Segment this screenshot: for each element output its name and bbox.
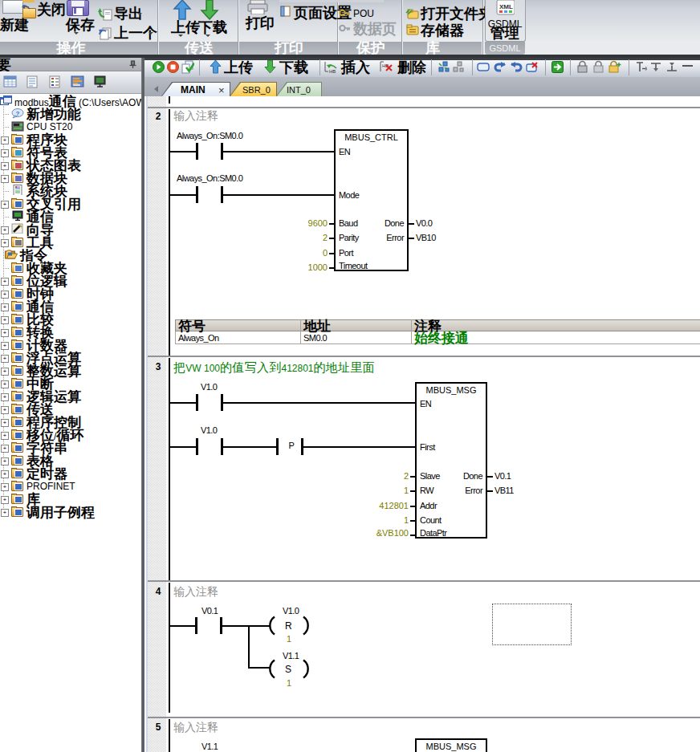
svg-text:?: ? bbox=[16, 110, 20, 117]
svg-text:R: R bbox=[285, 620, 292, 632]
svg-text:S: S bbox=[285, 664, 291, 675]
svg-text:HB: HB bbox=[329, 69, 336, 74]
svg-text:XML: XML bbox=[499, 3, 513, 10]
